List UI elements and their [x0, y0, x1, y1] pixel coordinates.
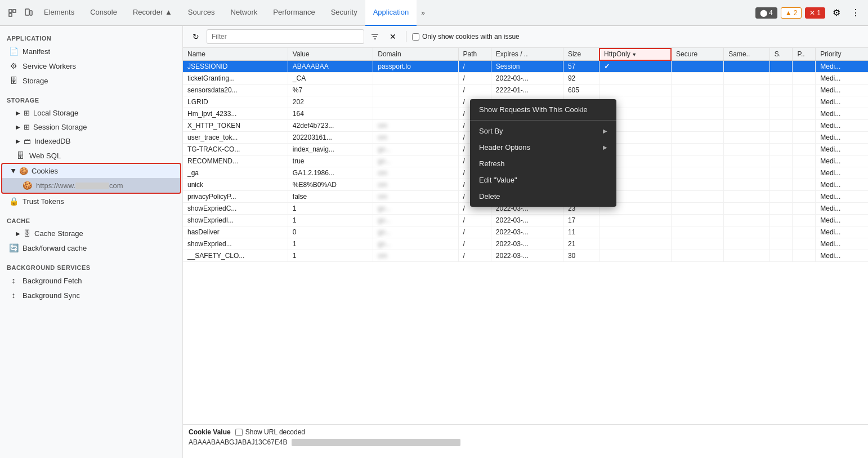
cell-path: / [458, 85, 491, 96]
toolbar: ↻ ✕ Only show cookies with an issue [183, 26, 868, 48]
table-row[interactable]: showExpried...1go.../2022-03-...21Medi..… [183, 238, 868, 250]
settings-icon-btn[interactable]: ⚙ [829, 5, 844, 21]
col-header-s[interactable]: S. [769, 48, 793, 61]
cell-s [769, 215, 793, 226]
more-options-icon-btn[interactable]: ⋮ [848, 5, 863, 21]
sidebar-item-trust-tokens[interactable]: 🔒 Trust Tokens [0, 194, 182, 208]
filter-input[interactable] [207, 29, 364, 44]
col-header-value[interactable]: Value [288, 48, 373, 61]
sidebar-item-cookies-url[interactable]: 🍪 https://www.com [2, 178, 180, 193]
cell-domain: go... [373, 155, 458, 167]
cell-expires: 2022-03-... [491, 215, 563, 226]
table-row[interactable]: __SAFETY_CLO...1om/2022-03-...30Medi... [183, 250, 868, 262]
sidebar-item-web-sql[interactable]: 🗄 Web SQL [0, 148, 182, 163]
cell-s [769, 155, 793, 167]
tab-sources[interactable]: Sources [180, 0, 223, 26]
sidebar: Application 📄 Manifest ⚙ Service Workers… [0, 26, 183, 458]
tab-recorder[interactable]: Recorder ▲ [125, 0, 180, 26]
sidebar-item-cache-storage[interactable]: ▶ 🗄 Cache Storage [0, 226, 182, 241]
context-menu-delete[interactable]: Delete [470, 188, 616, 204]
cell-value: 42def4b723... [288, 120, 373, 132]
cell-s [769, 179, 793, 191]
cell-same [724, 215, 770, 226]
sidebar-item-indexeddb[interactable]: ▶ 🗃 IndexedDB [0, 134, 182, 148]
background-sync-icon: ↕ [9, 291, 18, 300]
cell-same [724, 238, 770, 250]
sidebar-item-session-storage[interactable]: ▶ ⊞ Session Storage [0, 120, 182, 134]
badge-triangle[interactable]: ▲ 2 [781, 7, 802, 19]
clear-filter-btn[interactable]: ✕ [386, 29, 400, 44]
arrow-cache-storage: ▶ [16, 230, 20, 237]
session-storage-icon: ⊞ [24, 123, 30, 131]
cell-domain: passport.lo [373, 61, 458, 73]
tab-network[interactable]: Network [223, 0, 266, 26]
show-url-decoded-label[interactable]: Show URL decoded [235, 428, 305, 436]
cell-s [769, 191, 793, 203]
col-header-path[interactable]: Path [458, 48, 491, 61]
sidebar-item-manifest[interactable]: 📄 Manifest [0, 44, 182, 59]
cell-name: showExpried... [183, 238, 288, 250]
col-header-same[interactable]: Same.. [724, 48, 770, 61]
table-row[interactable]: ticketGranting..._CA/2022-03-...92Medi..… [183, 73, 868, 85]
table-row[interactable]: JSESSIONIDABAAABAApassport.lo/Session57✓… [183, 61, 868, 73]
arrow-local-storage: ▶ [16, 110, 20, 116]
context-menu-show-requests[interactable]: Show Requests With This Cookie [470, 101, 616, 118]
col-header-expires[interactable]: Expires / .. [491, 48, 563, 61]
cell-value: 0 [288, 226, 373, 238]
cell-secure [672, 238, 724, 250]
filter-options-btn[interactable] [368, 29, 382, 44]
sidebar-item-background-fetch[interactable]: ↕ Background Fetch [0, 273, 182, 288]
context-menu-header-options[interactable]: Header Options ▶ [470, 139, 616, 155]
cell-same [724, 191, 770, 203]
col-header-priority[interactable]: Priority [816, 48, 868, 61]
inspect-icon-btn[interactable] [5, 5, 20, 21]
sidebar-item-storage[interactable]: 🗄 Storage [0, 73, 182, 88]
cell-name: sensorsdata20... [183, 85, 288, 96]
show-url-decoded-checkbox[interactable] [235, 429, 243, 436]
tab-performance[interactable]: Performance [265, 0, 323, 26]
col-header-size[interactable]: Size [563, 48, 599, 61]
cell-p [793, 85, 816, 96]
cell-s [769, 226, 793, 238]
col-header-secure[interactable]: Secure [672, 48, 724, 61]
col-header-domain[interactable]: Domain [373, 48, 458, 61]
sidebar-item-back-forward-cache[interactable]: 🔄 Back/forward cache [0, 241, 182, 255]
sidebar-item-cookies[interactable]: ▶ 🍪 Cookies [2, 164, 180, 178]
only-show-issues-checkbox[interactable] [412, 33, 419, 41]
cookies-section-highlighted: ▶ 🍪 Cookies 🍪 https://www.com [2, 164, 180, 193]
cell-secure [672, 155, 724, 167]
context-menu-sort-by[interactable]: Sort By ▶ [470, 123, 616, 139]
cell-same [724, 120, 770, 132]
context-menu-refresh[interactable]: Refresh [470, 155, 616, 172]
sidebar-item-background-sync[interactable]: ↕ Background Sync [0, 288, 182, 303]
tab-application[interactable]: Application [365, 0, 417, 26]
col-header-p[interactable]: P.. [793, 48, 816, 61]
tab-elements[interactable]: Elements [36, 0, 82, 26]
cell-domain [373, 73, 458, 85]
only-show-issues-label[interactable]: Only show cookies with an issue [412, 33, 520, 41]
tab-more[interactable]: » [417, 9, 429, 17]
cell-same [724, 179, 770, 191]
refresh-button[interactable]: ↻ [189, 29, 203, 44]
cell-secure [672, 132, 724, 144]
cell-s [769, 73, 793, 85]
col-header-httponly[interactable]: HttpOnly [599, 48, 671, 61]
tab-security[interactable]: Security [323, 0, 365, 26]
service-workers-icon: ⚙ [9, 61, 18, 70]
badge-circle[interactable]: ⬤ 4 [755, 7, 777, 19]
table-row[interactable]: hasDeliver0go.../2022-03-...11Medi... [183, 226, 868, 238]
col-header-name[interactable]: Name [183, 48, 288, 61]
cell-value: 202203161... [288, 132, 373, 144]
device-icon-btn[interactable] [20, 5, 36, 21]
badge-x[interactable]: ✕ 1 [805, 7, 825, 19]
sidebar-item-service-workers[interactable]: ⚙ Service Workers [0, 59, 182, 73]
sidebar-section-storage: Storage [0, 92, 182, 106]
table-row[interactable]: showExpriedI...1go.../2022-03-...17Medi.… [183, 215, 868, 226]
table-row[interactable]: sensorsdata20...%7/2222-01-...605Medi... [183, 85, 868, 96]
cell-domain: om [373, 167, 458, 179]
tab-console[interactable]: Console [82, 0, 125, 26]
cell-secure [672, 167, 724, 179]
cell-same [724, 203, 770, 215]
sidebar-item-local-storage[interactable]: ▶ ⊞ Local Storage [0, 106, 182, 120]
context-menu-edit-value[interactable]: Edit "Value" [470, 172, 616, 188]
